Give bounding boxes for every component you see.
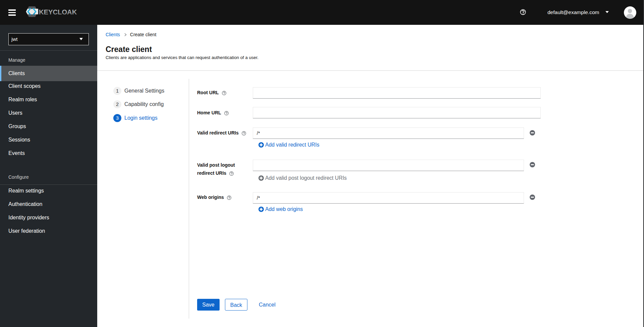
svg-text:KEYCLOAK: KEYCLOAK [39, 8, 77, 16]
